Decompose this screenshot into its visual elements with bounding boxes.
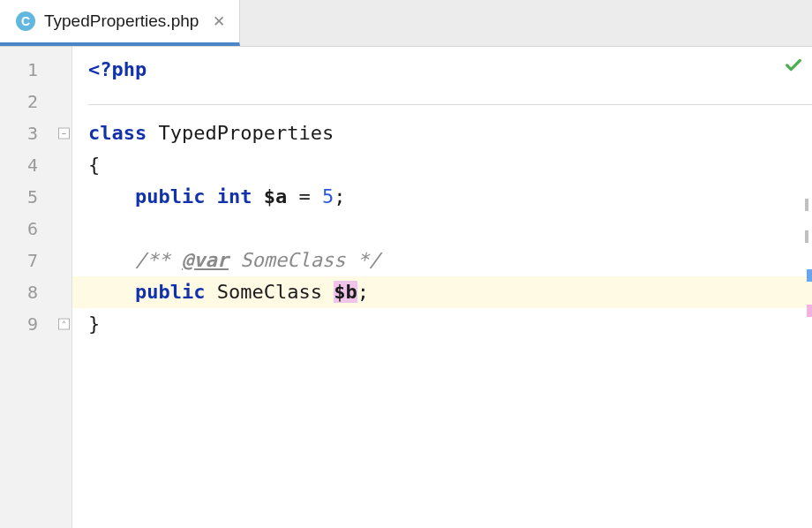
token-comment: /**: [135, 249, 182, 271]
code-area[interactable]: <?php class TypedProperties { public int…: [72, 47, 812, 528]
token-assign: =: [287, 185, 322, 207]
scrollbar-markers: [800, 47, 812, 528]
code-line[interactable]: class TypedProperties: [72, 117, 812, 149]
token-doctag: @var: [182, 249, 229, 271]
code-line[interactable]: <?php: [72, 54, 812, 86]
line-number[interactable]: 7: [0, 245, 71, 276]
fold-end-icon[interactable]: ⌃: [58, 319, 70, 330]
token-semi: ;: [334, 185, 345, 207]
line-number[interactable]: 9 ⌃: [0, 308, 71, 340]
file-type-icon: C: [16, 11, 35, 31]
code-line[interactable]: {: [72, 149, 812, 181]
code-line[interactable]: /** @var SomeClass */: [72, 245, 812, 276]
code-line-highlighted[interactable]: public SomeClass $b;: [72, 276, 812, 308]
code-line[interactable]: [72, 86, 812, 117]
tab-bar: C TypedProperties.php ✕: [0, 0, 812, 47]
token-type: SomeClass: [217, 281, 322, 303]
line-number[interactable]: 3 −: [0, 117, 71, 149]
code-line[interactable]: }: [72, 308, 812, 340]
token-keyword: public: [135, 281, 205, 303]
scroll-mark-caret[interactable]: [807, 269, 812, 282]
token-variable: $a: [264, 185, 288, 207]
scroll-mark[interactable]: [805, 230, 808, 243]
token-keyword: int: [217, 185, 252, 207]
token-semi: ;: [357, 281, 369, 303]
scroll-mark-change[interactable]: [807, 305, 812, 317]
scroll-mark[interactable]: [805, 199, 808, 211]
token-brace: {: [88, 154, 100, 176]
tab-active[interactable]: C TypedProperties.php ✕: [0, 0, 240, 46]
token-open-tag: <?php: [88, 58, 147, 80]
token-comment: SomeClass */: [229, 249, 380, 271]
line-number[interactable]: 6: [0, 213, 71, 245]
gutter: 1 2 3 − 4 5 6 7 8 9 ⌃: [0, 47, 72, 528]
line-number[interactable]: 1: [0, 54, 71, 86]
token-variable-selected: $b: [334, 281, 357, 303]
code-line[interactable]: public int $a = 5;: [72, 181, 812, 213]
line-number[interactable]: 5: [0, 181, 71, 213]
token-number: 5: [322, 185, 334, 207]
token-brace: }: [88, 313, 100, 335]
close-icon[interactable]: ✕: [213, 12, 225, 31]
fold-toggle-icon[interactable]: −: [58, 128, 70, 140]
editor: 1 2 3 − 4 5 6 7 8 9 ⌃ <?php class TypedP…: [0, 47, 812, 528]
line-number[interactable]: 8: [0, 276, 71, 308]
line-number[interactable]: 2: [0, 86, 71, 117]
token-classname: TypedProperties: [158, 122, 334, 144]
line-number[interactable]: 4: [0, 149, 71, 181]
token-keyword: class: [88, 122, 147, 144]
token-keyword: public: [135, 185, 205, 207]
code-line[interactable]: [72, 213, 812, 245]
tab-label: TypedProperties.php: [44, 11, 199, 31]
